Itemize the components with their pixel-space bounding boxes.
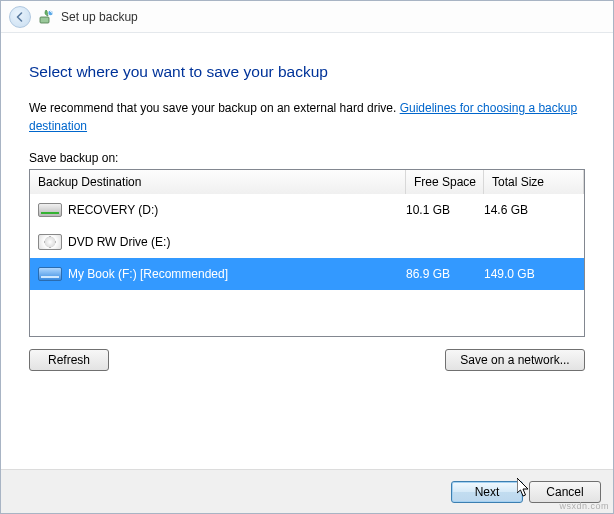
header-free-space[interactable]: Free Space (406, 170, 484, 194)
header-total-size[interactable]: Total Size (484, 170, 584, 194)
back-button[interactable] (9, 6, 31, 28)
button-row: Refresh Save on a network... (29, 349, 585, 371)
table-body: RECOVERY (D:)10.1 GB14.6 GBDVD RW Drive … (30, 194, 584, 290)
save-on-label: Save backup on: (29, 151, 585, 165)
save-on-network-button[interactable]: Save on a network... (445, 349, 585, 371)
header-destination[interactable]: Backup Destination (30, 170, 406, 194)
table-row[interactable]: My Book (F:) [Recommended]86.9 GB149.0 G… (30, 258, 584, 290)
refresh-button[interactable]: Refresh (29, 349, 109, 371)
recommend-prefix: We recommend that you save your backup o… (29, 101, 400, 115)
window-title: Set up backup (61, 10, 138, 24)
svg-rect-0 (40, 17, 49, 23)
drive-table: Backup Destination Free Space Total Size… (29, 169, 585, 337)
drive-name: My Book (F:) [Recommended] (68, 267, 228, 281)
recommendation-text: We recommend that you save your backup o… (29, 99, 585, 135)
app-icon (37, 8, 55, 26)
page-title: Select where you want to save your backu… (29, 63, 585, 81)
drive-name: DVD RW Drive (E:) (68, 235, 170, 249)
content-area: Select where you want to save your backu… (1, 33, 613, 371)
total-size-cell: 149.0 GB (484, 267, 584, 281)
hdd-icon (38, 203, 62, 217)
cancel-button[interactable]: Cancel (529, 481, 601, 503)
watermark: wsxdn.com (559, 501, 609, 511)
dvd-icon (38, 234, 62, 250)
footer: Next Cancel (1, 469, 613, 513)
hdd-blue-icon (38, 267, 62, 281)
next-button[interactable]: Next (451, 481, 523, 503)
table-row[interactable]: RECOVERY (D:)10.1 GB14.6 GB (30, 194, 584, 226)
drive-name: RECOVERY (D:) (68, 203, 158, 217)
free-space-cell: 10.1 GB (406, 203, 484, 217)
table-header: Backup Destination Free Space Total Size (30, 170, 584, 194)
free-space-cell: 86.9 GB (406, 267, 484, 281)
total-size-cell: 14.6 GB (484, 203, 584, 217)
titlebar: Set up backup (1, 1, 613, 33)
table-row[interactable]: DVD RW Drive (E:) (30, 226, 584, 258)
